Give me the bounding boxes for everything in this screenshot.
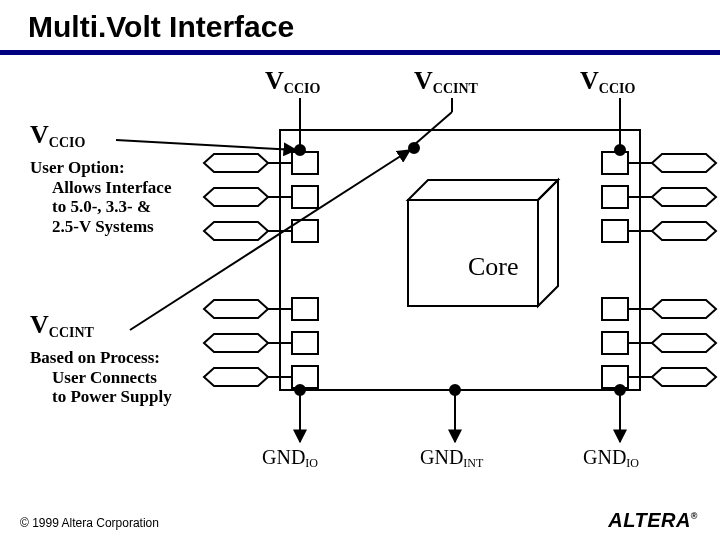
svg-rect-24 — [602, 366, 628, 388]
svg-rect-16 — [602, 186, 628, 208]
svg-rect-10 — [292, 332, 318, 354]
svg-rect-20 — [602, 298, 628, 320]
svg-rect-12 — [292, 366, 318, 388]
svg-line-40 — [116, 140, 296, 150]
svg-rect-8 — [292, 298, 318, 320]
svg-rect-0 — [280, 130, 640, 390]
svg-rect-18 — [602, 220, 628, 242]
svg-line-41 — [130, 150, 410, 330]
svg-rect-22 — [602, 332, 628, 354]
svg-point-28 — [295, 145, 305, 155]
svg-rect-1 — [408, 200, 538, 306]
chip-diagram — [0, 0, 720, 540]
svg-point-31 — [409, 143, 419, 153]
svg-rect-14 — [602, 152, 628, 174]
svg-line-30 — [414, 112, 452, 145]
svg-rect-4 — [292, 186, 318, 208]
svg-point-33 — [615, 145, 625, 155]
svg-rect-2 — [292, 152, 318, 174]
